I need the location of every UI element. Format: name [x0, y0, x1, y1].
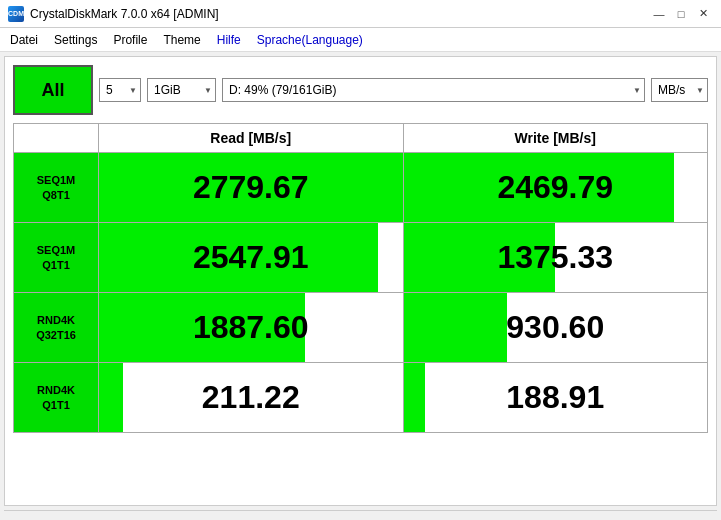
menu-settings[interactable]: Settings — [48, 31, 103, 49]
menu-hilfe[interactable]: Hilfe — [211, 31, 247, 49]
row-write-3: 188.91 — [403, 363, 708, 433]
menu-theme[interactable]: Theme — [157, 31, 206, 49]
menu-bar: Datei Settings Profile Theme Hilfe Sprac… — [0, 28, 721, 52]
row-read-3: 211.22 — [99, 363, 404, 433]
maximize-button[interactable]: □ — [671, 5, 691, 23]
row-read-1: 2547.91 — [99, 223, 404, 293]
row-label-0: SEQ1MQ8T1 — [14, 153, 99, 223]
menu-datei[interactable]: Datei — [4, 31, 44, 49]
title-bar-controls: — □ ✕ — [649, 5, 713, 23]
col-label-header — [14, 124, 99, 153]
row-write-1: 1375.33 — [403, 223, 708, 293]
unit-select[interactable]: MB/s GB/s IOPS μs — [651, 78, 708, 102]
table-row: RND4KQ1T1211.22188.91 — [14, 363, 708, 433]
read-value-0: 2779.67 — [99, 153, 403, 222]
runs-select-wrapper: 1 3 5 10 — [99, 78, 141, 102]
row-write-0: 2469.79 — [403, 153, 708, 223]
unit-select-wrapper: MB/s GB/s IOPS μs — [651, 78, 708, 102]
close-button[interactable]: ✕ — [693, 5, 713, 23]
write-value-0: 2469.79 — [404, 153, 708, 222]
table-row: SEQ1MQ8T12779.672469.79 — [14, 153, 708, 223]
main-content: All 1 3 5 10 512MiB 1GiB 2GiB 4GiB 8GiB … — [4, 56, 717, 506]
menu-sprache[interactable]: Sprache(Language) — [251, 31, 369, 49]
runs-select[interactable]: 1 3 5 10 — [99, 78, 141, 102]
table-row: RND4KQ32T161887.60930.60 — [14, 293, 708, 363]
benchmark-table: Read [MB/s] Write [MB/s] SEQ1MQ8T12779.6… — [13, 123, 708, 433]
read-value-3: 211.22 — [99, 363, 403, 432]
title-bar-left: CDM CrystalDiskMark 7.0.0 x64 [ADMIN] — [8, 6, 219, 22]
col-write-header: Write [MB/s] — [403, 124, 708, 153]
row-write-2: 930.60 — [403, 293, 708, 363]
app-icon: CDM — [8, 6, 24, 22]
all-button[interactable]: All — [13, 65, 93, 115]
row-label-3: RND4KQ1T1 — [14, 363, 99, 433]
read-value-1: 2547.91 — [99, 223, 403, 292]
menu-profile[interactable]: Profile — [107, 31, 153, 49]
window-title: CrystalDiskMark 7.0.0 x64 [ADMIN] — [30, 7, 219, 21]
write-value-3: 188.91 — [404, 363, 708, 432]
minimize-button[interactable]: — — [649, 5, 669, 23]
read-value-2: 1887.60 — [99, 293, 403, 362]
row-label-2: RND4KQ32T16 — [14, 293, 99, 363]
row-label-1: SEQ1MQ1T1 — [14, 223, 99, 293]
drive-select[interactable]: C: D: 49% (79/161GiB) — [222, 78, 645, 102]
status-bar — [4, 510, 717, 520]
drive-select-wrapper: C: D: 49% (79/161GiB) — [222, 78, 645, 102]
table-row: SEQ1MQ1T12547.911375.33 — [14, 223, 708, 293]
col-read-header: Read [MB/s] — [99, 124, 404, 153]
size-select[interactable]: 512MiB 1GiB 2GiB 4GiB 8GiB 16GiB 32GiB 6… — [147, 78, 216, 102]
size-select-wrapper: 512MiB 1GiB 2GiB 4GiB 8GiB 16GiB 32GiB 6… — [147, 78, 216, 102]
row-read-2: 1887.60 — [99, 293, 404, 363]
controls-row: All 1 3 5 10 512MiB 1GiB 2GiB 4GiB 8GiB … — [13, 65, 708, 115]
write-value-2: 930.60 — [404, 293, 708, 362]
title-bar: CDM CrystalDiskMark 7.0.0 x64 [ADMIN] — … — [0, 0, 721, 28]
write-value-1: 1375.33 — [404, 223, 708, 292]
row-read-0: 2779.67 — [99, 153, 404, 223]
